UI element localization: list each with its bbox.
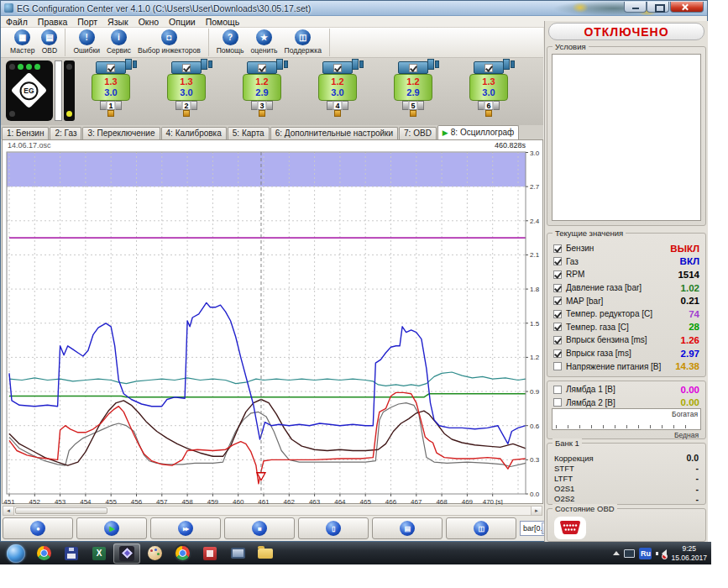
browser-icon[interactable]	[169, 543, 196, 564]
tab-7-obd[interactable]: 7: OBD	[399, 127, 437, 139]
tab-4-[interactable]: 4: Калибровка	[161, 127, 227, 139]
language-indicator[interactable]: Ru	[639, 548, 652, 559]
injector-4[interactable]: 1.23.04	[312, 61, 364, 123]
injector-1[interactable]: 1.33.01	[85, 61, 137, 123]
support-button[interactable]: ◫Поддержка	[281, 29, 325, 56]
fast-forward-button[interactable]: ▸▸	[150, 517, 221, 539]
save-icon: ◫	[474, 521, 489, 536]
marker-button[interactable]: ▯	[298, 517, 369, 539]
errors-button[interactable]: !Ошибки	[70, 29, 103, 56]
value-row: Лямбда 2 [B]0.00	[547, 396, 705, 410]
scroll-right-button[interactable]: ►	[531, 507, 542, 515]
oscilloscope-chart[interactable]: 4514524534544554564574584594604614624634…	[3, 150, 542, 505]
stop-button[interactable]: ■	[224, 517, 295, 539]
value-checkbox[interactable]	[553, 244, 562, 253]
clock[interactable]: 9:25 15.06.2017	[671, 544, 707, 561]
clock-time: 9:25	[671, 544, 707, 553]
folder-icon[interactable]	[252, 543, 279, 564]
scrollbar-thumb[interactable]	[15, 507, 107, 514]
wizard-icon: ▦	[14, 29, 30, 45]
value-checkbox[interactable]	[553, 323, 562, 331]
tray-expand-icon[interactable]	[613, 548, 620, 555]
start-button[interactable]	[3, 543, 29, 564]
scroll-left-button[interactable]: ◄	[3, 507, 14, 515]
injector-checkbox[interactable]	[258, 64, 266, 72]
x-tick-label: 468	[436, 498, 448, 505]
value-checkbox[interactable]	[553, 386, 562, 394]
injector-checkbox[interactable]	[409, 64, 417, 72]
excel-icon[interactable]: X	[86, 543, 113, 564]
oscilloscope-panel[interactable]: 14.06.17.osc 460.828s 451452453454455456…	[2, 139, 543, 504]
conditions-box	[552, 54, 701, 221]
tab-2-[interactable]: 2: Газ	[50, 127, 81, 139]
toolbar-item-label: OBD	[42, 46, 57, 55]
value-checkbox[interactable]	[553, 398, 562, 407]
value-checkbox[interactable]	[553, 284, 562, 292]
injector-body: 1.33.0	[469, 74, 508, 101]
toolbar-item-label: оценить	[251, 46, 278, 55]
service-button[interactable]: iСервис	[103, 29, 134, 56]
rate-button[interactable]: ★оценить	[248, 29, 281, 56]
value-label: Лямбда 1 [B]	[566, 385, 681, 394]
menu-item[interactable]: Помощь	[201, 17, 245, 27]
tab-8-[interactable]: ▶8: Осциллограф	[437, 125, 519, 139]
value-checkbox[interactable]	[553, 362, 562, 370]
injector-checkbox[interactable]	[182, 64, 191, 72]
chart-scrollbar[interactable]: ◄ ►	[3, 506, 542, 516]
menu-item[interactable]: Правка	[33, 17, 72, 27]
tab-1-[interactable]: 1: Бензин	[2, 127, 49, 139]
injector-number: 5	[409, 101, 418, 110]
record-button[interactable]: ●	[3, 517, 73, 539]
open-button[interactable]: ▤	[372, 517, 443, 539]
x-tick-label: 453	[55, 498, 66, 505]
eg-app-icon[interactable]	[113, 543, 140, 564]
injector-checkbox[interactable]	[484, 64, 493, 72]
help-button[interactable]: ?Помощь	[213, 29, 248, 56]
y-tick-label: 0.6	[530, 423, 540, 430]
injector-checkbox[interactable]	[107, 64, 115, 72]
obd-button[interactable]: ▤OBD	[38, 29, 60, 56]
value-checkbox[interactable]	[553, 349, 562, 358]
obd-connector-icon[interactable]	[554, 517, 586, 539]
value-label: Лямбда 2 [B]	[566, 398, 681, 407]
injector-3[interactable]: 1.22.93	[236, 61, 288, 123]
tab-3-[interactable]: 3: Переключение	[82, 127, 160, 139]
injector-number: 1	[107, 101, 116, 110]
volume-muted-icon[interactable]	[656, 549, 667, 559]
minimize-button[interactable]	[624, 2, 647, 13]
x-tick-label: 462	[284, 498, 296, 505]
floppy-icon[interactable]	[58, 543, 85, 564]
maximize-button[interactable]	[647, 2, 669, 13]
tab-5-[interactable]: 5: Карта	[228, 127, 270, 139]
injector-select-button[interactable]: ◘Выбор инжекторов	[134, 29, 204, 56]
value-checkbox[interactable]	[553, 297, 562, 305]
chrome-icon[interactable]	[30, 543, 57, 564]
injector-5[interactable]: 1.22.95	[387, 61, 439, 123]
media-icon[interactable]	[196, 543, 223, 564]
menu-item[interactable]: Язык	[102, 17, 134, 27]
wizard-button[interactable]: ▦Мастер	[7, 29, 38, 56]
injector-checkbox[interactable]	[333, 64, 342, 72]
toolbar-group: ?Помощь★оценить◫Поддержка	[209, 29, 330, 56]
menu-item[interactable]: Файл	[1, 17, 33, 27]
menu-item[interactable]: Порт	[72, 17, 102, 27]
stop-icon: ■	[252, 521, 267, 536]
injector-2[interactable]: 1.33.02	[160, 61, 212, 123]
toolbar-group: ▦Мастер▤OBD	[3, 29, 65, 56]
value-checkbox[interactable]	[553, 257, 562, 265]
tray-display-icon[interactable]	[624, 549, 635, 558]
paint-icon[interactable]	[141, 543, 168, 564]
value-checkbox[interactable]	[553, 336, 562, 344]
menu-item[interactable]: Опции	[164, 17, 201, 27]
value-checkbox[interactable]	[553, 310, 562, 318]
injector-6[interactable]: 1.33.06	[463, 61, 515, 123]
menu-item[interactable]: Окно	[134, 17, 164, 27]
injector-side-tab	[352, 59, 359, 70]
devices-icon[interactable]	[224, 543, 251, 564]
close-button[interactable]	[670, 2, 704, 13]
value-checkbox[interactable]	[553, 270, 562, 279]
connection-status[interactable]: ОТКЛЮЧЕНО	[548, 23, 704, 40]
play-button[interactable]: ▶	[76, 517, 147, 539]
tab-6-[interactable]: 6: Дополнительные настройки	[270, 127, 398, 139]
save-button[interactable]: ◫	[446, 517, 516, 539]
